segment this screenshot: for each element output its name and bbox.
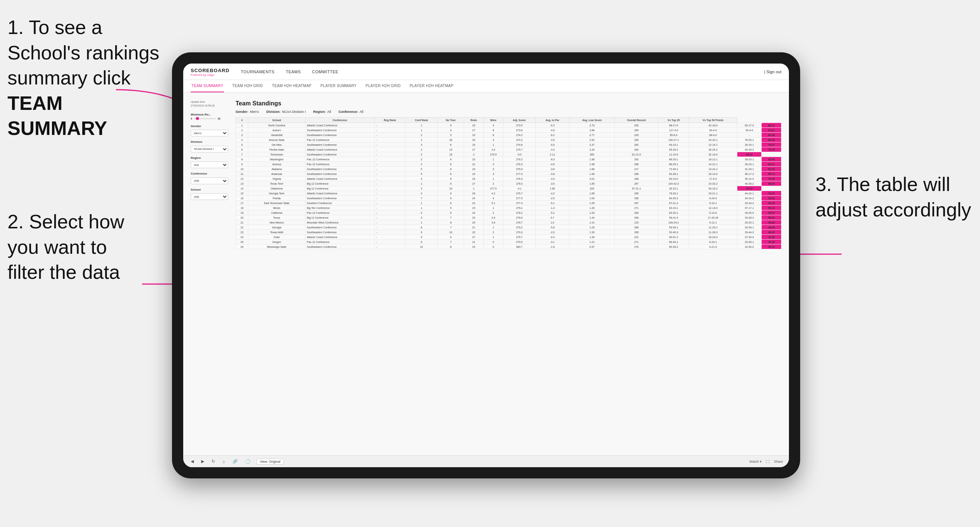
division-select[interactable]: NCAA Division I bbox=[191, 146, 228, 152]
table-cell: 104-42-3 bbox=[658, 181, 689, 186]
conference-select[interactable]: (All) bbox=[191, 178, 228, 184]
table-cell: 1.41 bbox=[570, 220, 615, 225]
table-cell: 37-30-0 bbox=[737, 235, 762, 240]
table-cell: 1.90 bbox=[570, 171, 615, 176]
table-cell: 1.44 bbox=[570, 215, 615, 220]
table-cell: 3 bbox=[405, 176, 438, 181]
region-select[interactable]: N/A bbox=[191, 162, 228, 168]
table-cell: 23-16-2 bbox=[737, 201, 762, 206]
toolbar-view-original[interactable]: View: Original bbox=[256, 459, 284, 465]
toolbar-forward[interactable]: ▶ bbox=[200, 458, 206, 465]
toolbar-home[interactable]: ⌂ bbox=[221, 459, 227, 465]
table-cell: 40-38-2 bbox=[737, 181, 762, 186]
toolbar-clock[interactable]: 🕐 bbox=[244, 458, 252, 465]
table-area: Team Standings Gender: Men's Division: N… bbox=[235, 100, 781, 448]
table-cell: 60-39-2 bbox=[658, 244, 689, 249]
table-cell: 264 bbox=[615, 147, 658, 152]
school-filter: School (All) bbox=[191, 188, 228, 200]
table-cell: 0.8 bbox=[484, 215, 503, 220]
table-cell: -1.4 bbox=[535, 206, 570, 210]
table-cell: 5 bbox=[405, 235, 438, 240]
table-cell: - bbox=[375, 162, 405, 167]
school-select[interactable]: (All) bbox=[191, 193, 228, 200]
table-cell: 278.7 bbox=[503, 220, 535, 225]
table-cell: 1.21 bbox=[570, 240, 615, 244]
table-cell: 79.19 bbox=[762, 176, 781, 181]
main-content: Update time: 27/03/2024 16:56:26 Minimum… bbox=[183, 93, 789, 455]
toolbar-back[interactable]: ◀ bbox=[189, 458, 195, 465]
table-cell: 9-14-0 bbox=[689, 210, 737, 215]
table-cell: 276.3 bbox=[503, 157, 535, 162]
tab-player-summary[interactable]: PLAYER SUMMARY bbox=[320, 80, 358, 92]
table-cell: 58.24 bbox=[762, 206, 781, 210]
table-cell: 3 bbox=[484, 171, 503, 176]
table-cell: Southeastern Conference bbox=[305, 128, 375, 133]
table-cell: 4 bbox=[484, 138, 503, 143]
table-cell: 2.70 bbox=[570, 123, 615, 128]
table-cell: 34-24-2 bbox=[737, 196, 762, 201]
table-cell: Atlantic Coast Conference bbox=[305, 235, 375, 240]
tab-team-h2h-heatmap[interactable]: TEAM H2H HEATMAP bbox=[271, 80, 312, 92]
table-cell: Southeastern Conference bbox=[305, 225, 375, 230]
table-cell: 59-39-1 bbox=[658, 225, 689, 230]
nav-committee[interactable]: COMMITTEE bbox=[312, 70, 339, 74]
table-cell: 21 bbox=[464, 240, 484, 244]
table-row: 7TennesseeSoutheastern Conference-418227… bbox=[236, 152, 781, 157]
table-cell: 5 bbox=[236, 143, 248, 147]
table-cell: 2 bbox=[405, 138, 438, 143]
table-cell: - bbox=[375, 244, 405, 249]
table-cell: Illinois bbox=[248, 206, 305, 210]
slider[interactable] bbox=[194, 118, 216, 119]
table-cell: 86-25-1 bbox=[658, 157, 689, 162]
tab-player-h2h-heatmap[interactable]: PLAYER H2H HEATMAP bbox=[409, 80, 454, 92]
toolbar-share[interactable]: Share bbox=[774, 460, 783, 464]
table-cell: 279.5 bbox=[503, 240, 535, 244]
table-cell: 17-9-0 bbox=[689, 176, 737, 181]
table-row: 25OregonPac-12 Conference-97210279.5-3.1… bbox=[236, 240, 781, 244]
toolbar-refresh[interactable]: ↻ bbox=[210, 458, 216, 465]
table-cell: 274.2 bbox=[503, 138, 535, 143]
sign-out[interactable]: | Sign out bbox=[764, 70, 781, 74]
tab-team-summary[interactable]: TEAM SUMMARY bbox=[191, 80, 224, 92]
table-cell: 11-28-3 bbox=[689, 230, 737, 235]
table-cell: 24 bbox=[464, 210, 484, 215]
table-cell: 11-19-0 bbox=[658, 152, 689, 157]
tab-player-h2h-grid[interactable]: PLAYER H2H GRID bbox=[365, 80, 402, 92]
table-cell: 56.91 bbox=[762, 215, 781, 220]
table-cell: - bbox=[375, 133, 405, 138]
table-cell: 17 bbox=[236, 201, 248, 206]
table-row: 18IllinoisBig Ten Conference-15231279.1-… bbox=[236, 206, 781, 210]
table-cell: 1.6 bbox=[535, 220, 570, 225]
table-row: 19CaliforniaPac-12 Conference-48242278.2… bbox=[236, 210, 781, 215]
table-cell: 268 bbox=[615, 162, 658, 167]
table-cell: 1.30 bbox=[570, 230, 615, 235]
table-cell: Pac-12 Conference bbox=[305, 240, 375, 244]
nav-bar: SCOREBOARD Powered by clippi TOURNAMENTS… bbox=[183, 63, 789, 80]
nav-teams[interactable]: TEAMS bbox=[286, 70, 301, 74]
toolbar-clip[interactable]: ⛶ bbox=[766, 460, 770, 464]
col-reg-rank: Reg Rank bbox=[375, 118, 405, 123]
toolbar-watch[interactable]: Watch ▾ bbox=[749, 460, 762, 464]
table-cell: 9 bbox=[405, 240, 438, 244]
table-cell: Southeastern Conference bbox=[305, 196, 375, 201]
nav-tournaments[interactable]: TOURNAMENTS bbox=[241, 70, 274, 74]
table-cell: Southeastern Conference bbox=[305, 230, 375, 235]
table-cell: 68-6-0 bbox=[689, 133, 737, 138]
table-cell: 33-25-2 bbox=[689, 147, 737, 152]
table-cell: 1.98 bbox=[570, 162, 615, 167]
tablet-screen: SCOREBOARD Powered by clippi TOURNAMENTS… bbox=[183, 63, 789, 467]
table-cell: - bbox=[375, 123, 405, 128]
table-cell: 2.20 bbox=[570, 147, 615, 152]
table-cell: - bbox=[375, 176, 405, 181]
gender-select[interactable]: Men's bbox=[191, 130, 228, 137]
table-cell: 7 bbox=[438, 225, 464, 230]
table-cell: -4.6 bbox=[535, 162, 570, 167]
tab-team-h2h-grid[interactable]: TEAM H2H GRID bbox=[231, 80, 264, 92]
toolbar-share2[interactable]: 🔗 bbox=[231, 458, 239, 465]
table-cell: - bbox=[375, 225, 405, 230]
table-row: 23Texas A&MSoutheastern Conference-91023… bbox=[236, 230, 781, 235]
table-cell: 279.2 bbox=[503, 225, 535, 230]
bottom-toolbar: ◀ ▶ ↻ ⌂ 🔗 🕐 View: Original Watch ▾ ⛶ Sha… bbox=[183, 455, 789, 467]
table-cell: 3 bbox=[236, 133, 248, 138]
table-cell: Texas Tech bbox=[248, 181, 305, 186]
